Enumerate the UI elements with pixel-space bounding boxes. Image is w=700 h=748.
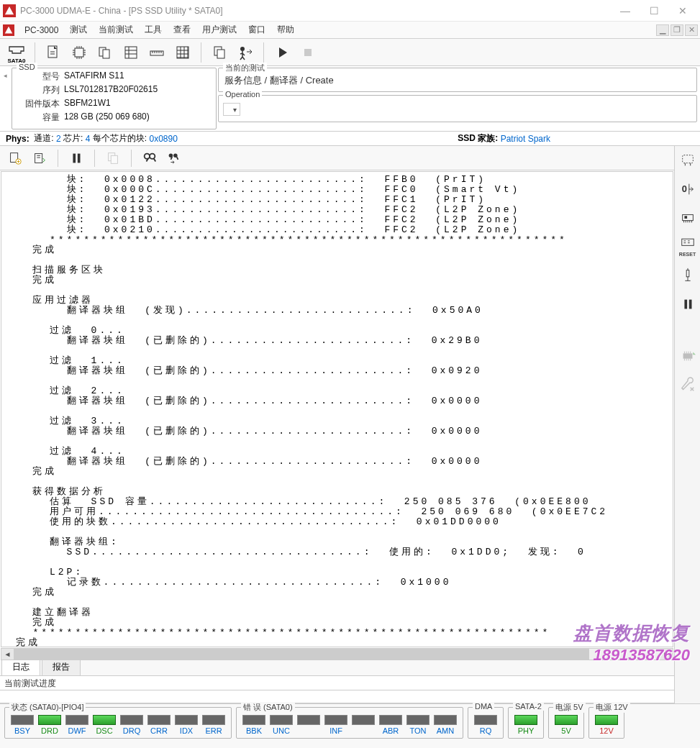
led-label: UNC	[273, 726, 290, 735]
memory-icon[interactable]	[678, 208, 698, 228]
led-crr: CRR	[146, 715, 172, 735]
documents-icon[interactable]	[93, 40, 117, 65]
svg-rect-32	[688, 300, 691, 309]
led-indicator	[242, 715, 265, 725]
led-bsy: BSY	[9, 715, 35, 735]
save-icon[interactable]	[29, 147, 50, 169]
led-amn: AMN	[432, 715, 458, 735]
phys-blocks-per-chip: 0x0890	[149, 134, 177, 144]
log-output[interactable]: 块: 0x0008........................: FFB0 …	[1, 171, 673, 647]
led-dwf: DWF	[64, 715, 90, 735]
status-sata2-group: SATA-2 PHY	[508, 707, 544, 739]
copy-icon[interactable]	[207, 40, 232, 65]
scroll-right-arrow[interactable]: ►	[660, 649, 673, 660]
led-bbk: BBK	[241, 715, 267, 735]
play-button[interactable]	[270, 40, 294, 65]
led-rq: RQ	[473, 715, 499, 735]
led-indicator	[93, 715, 116, 725]
svg-rect-13	[304, 49, 312, 56]
led-indicator	[555, 715, 578, 725]
capacitor-icon[interactable]	[678, 265, 698, 286]
operation-dropdown[interactable]: ▾	[223, 103, 240, 116]
collapse-toggle[interactable]: ◂	[0, 66, 10, 131]
led-indicator	[270, 715, 293, 725]
menu-app-label[interactable]: PC-3000	[19, 23, 64, 37]
scroll-left-arrow[interactable]: ◄	[1, 649, 14, 660]
led-label: DRD	[41, 726, 58, 735]
menu-window[interactable]: 窗口	[242, 22, 271, 38]
led-indicator	[202, 715, 225, 725]
mdi-minimize-button[interactable]: ▁	[656, 24, 669, 36]
menu-view[interactable]: 查看	[168, 22, 196, 38]
reset-icon[interactable]: RESET	[678, 237, 698, 257]
sata-port-button[interactable]: SATA0	[4, 40, 29, 65]
measure-icon[interactable]	[678, 150, 698, 170]
goto-zero-icon[interactable]: 0	[678, 179, 698, 199]
exit-icon[interactable]	[233, 40, 258, 65]
led-ton: TON	[405, 715, 431, 735]
menu-user-test[interactable]: 用户测试	[196, 22, 242, 38]
svg-rect-31	[684, 300, 687, 309]
pause-icon[interactable]	[65, 147, 87, 169]
tools-icon[interactable]	[678, 375, 698, 395]
tab-log[interactable]: 日志	[1, 658, 40, 675]
led-drq: DRQ	[119, 715, 145, 735]
status-strip: 状态 (SATA0)-[PIO4] BSYDRDDWFDSCDRQCRRIDXE…	[0, 703, 700, 748]
copy2-icon[interactable]	[102, 147, 124, 169]
grid-icon[interactable]	[171, 40, 195, 65]
ruler-icon[interactable]	[145, 40, 169, 65]
chip-icon[interactable]	[67, 40, 91, 65]
scroll-thumb[interactable]	[14, 649, 589, 660]
svg-rect-27	[682, 214, 693, 220]
window-title: PC-3000 UDMA-E - China - [PS SSD Utility…	[20, 6, 611, 16]
new-doc-icon[interactable]	[4, 147, 26, 169]
led-label: ERR	[205, 726, 222, 735]
main-toolbar: SATA0	[0, 39, 700, 66]
svg-rect-33	[683, 353, 692, 358]
minimize-button[interactable]: —	[611, 0, 640, 22]
title-bar: PC-3000 UDMA-E - China - [PS SSD Utility…	[0, 0, 700, 22]
led-indicator	[514, 715, 537, 725]
menu-bar: PC-3000 测试 当前测试 工具 查看 用户测试 窗口 帮助 ▁ ❐ ✕	[0, 22, 700, 39]
menu-tools[interactable]: 工具	[139, 22, 168, 38]
led-indicator	[175, 715, 198, 725]
phys-bar: Phys: 通道: 2 芯片: 4 每个芯片的块: 0x0890 SSD 家族:…	[0, 132, 700, 146]
chip2-icon[interactable]	[678, 346, 698, 366]
menu-test[interactable]: 测试	[64, 22, 93, 38]
menu-help[interactable]: 帮助	[271, 22, 300, 38]
horizontal-scrollbar[interactable]: ◄ ►	[1, 648, 673, 660]
status-power5v-group: 电源 5V 5V	[548, 707, 584, 739]
led-indicator	[120, 715, 143, 725]
menu-current-test[interactable]: 当前测试	[93, 22, 139, 38]
svg-point-21	[145, 153, 150, 158]
status-dma-group: DMA RQ	[468, 707, 504, 739]
svg-rect-25	[682, 155, 693, 163]
svg-rect-16	[35, 153, 42, 163]
find-next-icon[interactable]	[163, 147, 185, 169]
ssd-capacity: 128 GB (250 069 680)	[64, 111, 150, 124]
ssd-firmware: SBFM21W1	[64, 98, 111, 110]
svg-rect-28	[684, 216, 687, 219]
close-button[interactable]: ✕	[668, 0, 697, 22]
mdi-close-button[interactable]: ✕	[685, 24, 698, 36]
svg-rect-17	[73, 153, 76, 163]
current-test-panel: 当前的测试 服务信息 / 翻译器 / Create	[218, 68, 697, 92]
led-label: PHY	[518, 726, 535, 735]
pause2-icon[interactable]	[678, 294, 698, 314]
tab-report[interactable]: 报告	[42, 658, 81, 675]
led-abr: ABR	[378, 715, 404, 735]
svg-rect-18	[78, 153, 81, 163]
find-icon[interactable]	[139, 147, 160, 169]
stop-button[interactable]	[296, 40, 320, 65]
led-phy: PHY	[513, 715, 539, 735]
led-indicator	[147, 715, 171, 725]
document-icon[interactable]	[41, 40, 65, 65]
ssd-family: Patriot Spark	[501, 134, 550, 144]
led-drd: DRD	[37, 715, 63, 735]
ssd-legend: SSD	[17, 63, 37, 71]
led-label: INF	[329, 726, 342, 735]
maximize-button[interactable]: ☐	[640, 0, 668, 22]
list-icon[interactable]	[119, 40, 143, 65]
led-label: AMN	[437, 726, 454, 735]
mdi-restore-button[interactable]: ❐	[671, 24, 683, 36]
